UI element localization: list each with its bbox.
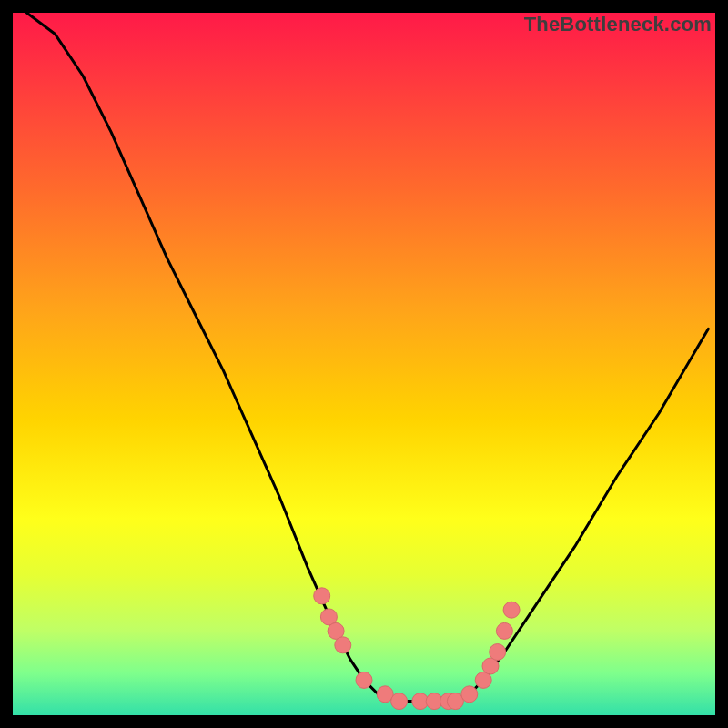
marker-point <box>461 686 478 703</box>
curve-path <box>26 13 708 702</box>
plot-area: TheBottleneck.com <box>13 13 715 715</box>
marker-point <box>496 622 512 639</box>
marker-point <box>391 693 408 710</box>
marker-point <box>490 644 506 661</box>
marker-point <box>335 637 351 653</box>
marker-point <box>356 672 372 688</box>
marker-point <box>314 588 330 604</box>
marker-point <box>503 602 520 618</box>
chart-overlay <box>13 13 715 715</box>
marker-group <box>314 588 520 710</box>
chart-frame: TheBottleneck.com <box>0 0 728 728</box>
